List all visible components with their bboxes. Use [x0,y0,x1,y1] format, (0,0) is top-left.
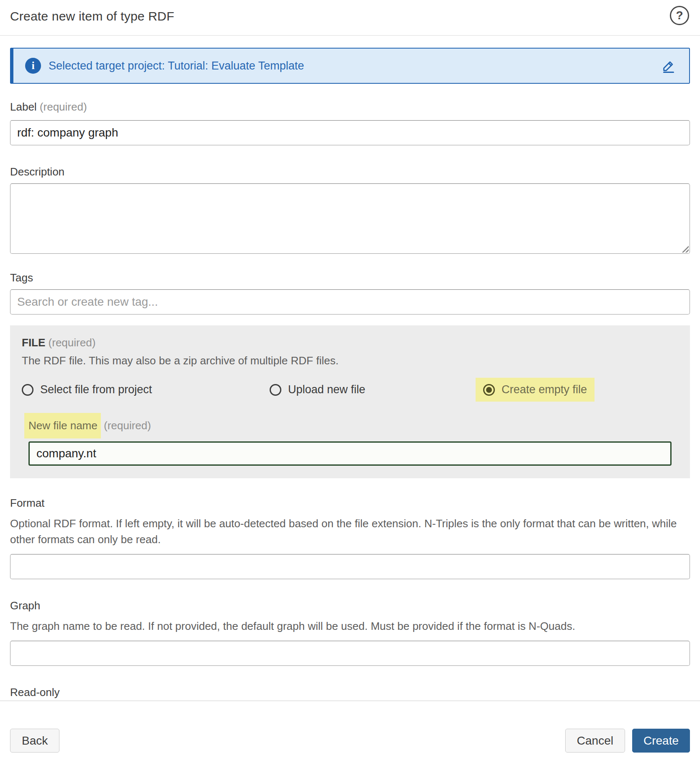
file-required-suffix: (required) [49,336,96,349]
new-file-name-group: New file name (required) [22,413,678,466]
graph-description: The graph name to be read. If not provid… [10,618,690,634]
radio-selected-icon [483,384,495,396]
dialog-footer: Back Cancel Create [0,701,700,758]
page-title: Create new item of type RDF [10,9,690,23]
new-file-name-input[interactable] [28,441,672,466]
label-field-label: Label (required) [10,101,690,113]
radio-select-file-from-project[interactable]: Select file from project [22,383,270,396]
graph-field-label: Graph [10,599,690,612]
format-description: Optional RDF format. If left empty, it w… [10,516,690,547]
target-project-banner: i Selected target project: Tutorial: Eva… [10,48,690,84]
read-only-field-label: Read-only [10,686,690,699]
dialog-header: Create new item of type RDF ? [0,0,700,36]
label-text: Label [10,101,37,113]
tags-field-label: Tags [10,271,690,284]
question-mark-glyph: ? [676,9,683,22]
new-file-name-label-row: New file name (required) [28,413,672,438]
label-input[interactable] [10,120,690,145]
description-textarea[interactable] [10,183,690,254]
label-required-suffix: (required) [40,101,87,113]
back-button[interactable]: Back [10,729,59,753]
help-icon[interactable]: ? [670,6,689,25]
dialog-content: i Selected target project: Tutorial: Eva… [0,36,700,701]
cancel-button[interactable]: Cancel [565,729,625,753]
radio-create-empty-file[interactable]: Create empty file [476,378,594,402]
create-button[interactable]: Create [632,729,690,753]
tags-input[interactable] [10,289,690,315]
file-label-text: FILE [22,336,45,349]
graph-input[interactable] [10,641,690,666]
info-glyph: i [31,59,34,72]
file-section: FILE (required) The RDF file. This may a… [10,325,690,478]
format-field-label: Format [10,497,690,510]
format-input[interactable] [10,554,690,579]
target-project-text: Selected target project: Tutorial: Evalu… [49,59,304,72]
info-icon: i [25,58,41,74]
new-file-name-required-suffix: (required) [104,419,151,432]
file-section-label: FILE (required) [22,336,678,349]
edit-icon[interactable] [660,57,677,75]
description-textarea-wrap [10,183,690,254]
radio-label: Create empty file [502,383,587,396]
radio-label: Select file from project [40,383,152,396]
radio-icon [22,384,33,396]
new-file-name-label: New file name [24,413,101,438]
radio-upload-new-file[interactable]: Upload new file [270,383,483,396]
radio-label: Upload new file [288,383,365,396]
file-section-description: The RDF file. This may also be a zip arc… [22,354,678,367]
radio-icon [270,384,281,396]
description-field-label: Description [10,165,690,178]
file-source-radio-group: Select file from project Upload new file… [22,383,678,396]
